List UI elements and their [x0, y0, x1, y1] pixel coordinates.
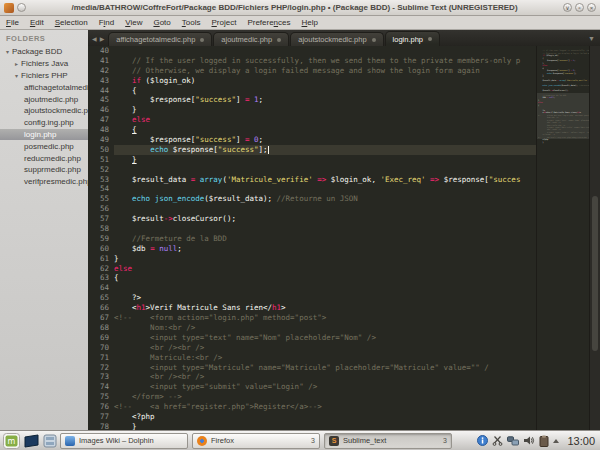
code-line-51[interactable]: } [114, 155, 536, 165]
collapse-icon[interactable]: ▾ [15, 72, 18, 79]
code-line-49[interactable]: $response["success"] = 0; [114, 135, 536, 145]
tab-scroll-left-icon[interactable]: ◀ [92, 35, 97, 42]
code-line-44[interactable]: { [114, 86, 536, 96]
code-line-73[interactable]: <br /><br /> [114, 372, 536, 382]
code-line-57[interactable]: $result->closeCursor(); [114, 214, 536, 224]
code-line-67[interactable]: <!-- <form action="login.php" method="po… [114, 313, 536, 323]
code-line-43[interactable]: if ($login_ok) [114, 76, 536, 86]
mint-menu-icon[interactable]: m [3, 433, 20, 449]
code-line-62[interactable]: else [114, 264, 536, 274]
tab-login-php[interactable]: login.php [385, 31, 440, 46]
code-line-47[interactable]: else [114, 115, 536, 125]
minimap[interactable]: // If the user logged in successfully, t… [536, 46, 589, 430]
code-area[interactable]: // If the user logged in successfully, t… [114, 46, 536, 430]
menu-selection[interactable]: Selection [55, 18, 88, 27]
volume-icon[interactable] [523, 435, 535, 446]
menu-view[interactable]: View [125, 18, 142, 27]
code-line-54[interactable] [114, 184, 536, 194]
code-line-56[interactable] [114, 204, 536, 214]
menu-goto[interactable]: Goto [153, 18, 170, 27]
sidebar-item-ajoutmedic-php[interactable]: ajoutmedic.php [0, 93, 88, 105]
tray-expander-icon[interactable] [553, 439, 559, 443]
sidebar-item-supprmedic-php[interactable]: supprmedic.php [0, 164, 88, 176]
sidebar-item-ajoutstockmedic-php[interactable]: ajoutstockmedic.php [0, 105, 88, 117]
code-line-45[interactable]: $response["success"] = 1; [114, 95, 536, 105]
code-line-42[interactable]: // Otherwise, we display a login failed … [114, 66, 536, 76]
clock[interactable]: 13:00 [567, 435, 595, 447]
network-icon[interactable] [507, 436, 519, 446]
code-line-60[interactable]: $db = null; [114, 244, 536, 254]
code-line-66[interactable]: <h1>Verif Matricule Sans rien</h1> [114, 303, 536, 313]
show-desktop-icon[interactable] [23, 434, 40, 448]
menu-project[interactable]: Project [211, 18, 236, 27]
modified-dot-icon[interactable] [277, 38, 281, 42]
code-line-52[interactable] [114, 165, 536, 175]
code-line-65[interactable]: ?> [114, 293, 536, 303]
tab-affichagetotalmedic-php[interactable]: affichagetotalmedic.php [108, 32, 212, 46]
taskbar-button-firefox[interactable]: Firefox3 [192, 433, 320, 449]
taskbar-button-dolphin[interactable]: Images Wiki – Dolphin [60, 433, 188, 449]
code-line-58[interactable] [114, 224, 536, 234]
code-line-40[interactable] [114, 46, 536, 56]
code-line-61[interactable]: } [114, 254, 536, 264]
code-line-77[interactable]: <?php [114, 412, 536, 422]
code-line-48[interactable]: { [114, 125, 536, 135]
minimize-icon[interactable]: ∨ [563, 3, 572, 12]
editor[interactable]: 4041424344454647484950515253545556575859… [88, 46, 600, 430]
code-line-75[interactable]: </form> --> [114, 392, 536, 402]
sidebar-item-config-ing-php[interactable]: config.ing.php [0, 117, 88, 129]
tab-ajoutstockmedic-php[interactable]: ajoutstockmedic.php [290, 32, 383, 46]
code-line-72[interactable]: <input type="Matricule" name="Matricule"… [114, 363, 536, 373]
menu-file[interactable]: File [6, 18, 19, 27]
code-line-41[interactable]: // If the user logged in successfully, t… [114, 56, 536, 66]
minimap-viewport[interactable] [537, 93, 589, 139]
code-line-50[interactable]: echo $response["success"]; [114, 145, 536, 155]
maximize-icon[interactable]: ∘ [575, 3, 584, 12]
menu-help[interactable]: Help [302, 18, 318, 27]
menu-tools[interactable]: Tools [182, 18, 201, 27]
sidebar-item-login-php[interactable]: login.php [0, 129, 88, 141]
file-drawer-icon[interactable] [43, 434, 57, 448]
window-titlebar[interactable]: /media/BATHROW/CoffreFort/Package BDD/Fi… [0, 0, 600, 16]
sidebar-item-verifpresmedic-php[interactable]: verifpresmedic.php [0, 176, 88, 188]
tab-overflow-icon[interactable]: ▼ [588, 35, 595, 42]
scissors-icon[interactable] [492, 435, 503, 446]
code-line-76[interactable]: <!-- <a href="register.php">Register</a>… [114, 402, 536, 412]
code-line-53[interactable]: $result_data = array('Matricule_verifie'… [114, 175, 536, 185]
tab-ajoutmedic-php[interactable]: ajoutmedic.php [213, 32, 289, 46]
close-icon[interactable]: × [587, 3, 596, 12]
code-line-78[interactable]: } [114, 422, 536, 430]
code-line-55[interactable]: echo json_encode($result_data); //Retour… [114, 194, 536, 204]
modified-dot-icon[interactable] [200, 38, 204, 42]
tab-scroll-right-icon[interactable]: ▶ [100, 35, 105, 42]
sidebar-item-fichiers-php[interactable]: ▾Fichiers PHP [0, 70, 88, 82]
expand-icon[interactable]: ▸ [15, 60, 18, 67]
code-line-69[interactable]: <input type="text" name="Nom" placeholde… [114, 333, 536, 343]
svg-text:m: m [8, 437, 16, 446]
clipboard-icon[interactable] [539, 435, 549, 447]
sidebar-item-posmedic-php[interactable]: posmedic.php [0, 140, 88, 152]
collapse-icon[interactable]: ▾ [6, 48, 9, 55]
code-line-46[interactable]: } [114, 105, 536, 115]
sidebar-item-affichagetotalmedic-php[interactable]: affichagetotalmedic.php [0, 81, 88, 93]
menu-edit[interactable]: Edit [30, 18, 44, 27]
sidebar-item-fichiers-java[interactable]: ▸Fichiers Java [0, 58, 88, 70]
menu-find[interactable]: Find [99, 18, 115, 27]
modified-dot-icon[interactable] [428, 37, 432, 41]
code-line-74[interactable]: <input type="submit" value="Login" /> [114, 382, 536, 392]
taskbar-button-sublime[interactable]: Sublime_text3 [324, 433, 452, 449]
code-line-63[interactable]: { [114, 273, 536, 283]
code-line-68[interactable]: Nom:<br /> [114, 323, 536, 333]
code-line-64[interactable] [114, 283, 536, 293]
sidebar-item-reducmedic-php[interactable]: reducmedic.php [0, 152, 88, 164]
modified-dot-icon[interactable] [372, 38, 376, 42]
code-line-71[interactable]: Matricule:<br /> [114, 353, 536, 363]
scrollbar-thumb[interactable] [592, 196, 598, 351]
code-line-70[interactable]: <br /><br /> [114, 343, 536, 353]
vertical-scrollbar[interactable] [589, 46, 600, 430]
sidebar-item-package-bdd[interactable]: ▾Package BDD [0, 46, 88, 58]
info-icon[interactable] [477, 435, 488, 446]
code-line-59[interactable]: //Fermeture de la BDD [114, 234, 536, 244]
menu-preferences[interactable]: Preferences [247, 18, 290, 27]
window-menu-button[interactable] [17, 3, 26, 12]
